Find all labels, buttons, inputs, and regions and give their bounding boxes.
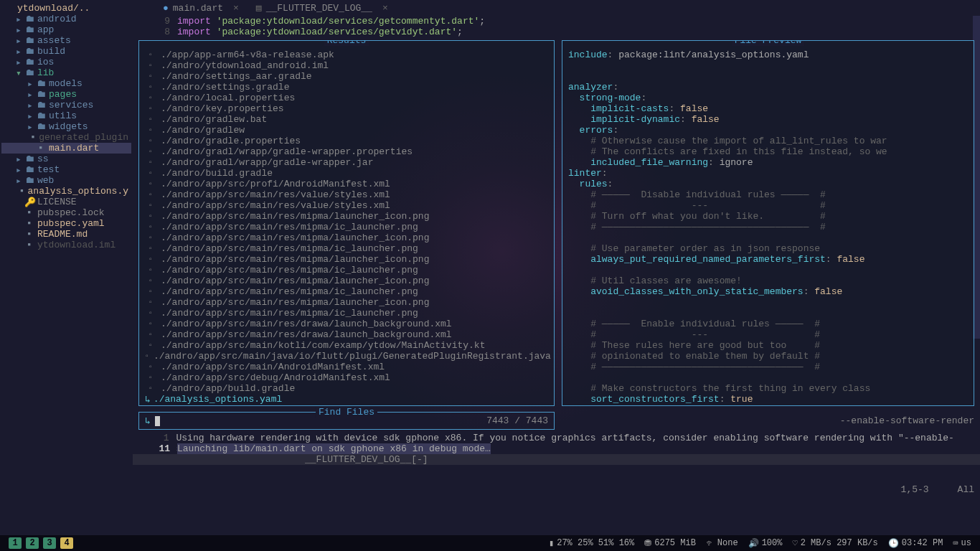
preview-line: linter: bbox=[568, 168, 968, 179]
tree-folder[interactable]: ▸🖿assets bbox=[1, 35, 131, 46]
result-item[interactable]: ▫./andro/app/src/main/res/mipma/launcher… bbox=[145, 211, 548, 222]
net-icon: ♡ bbox=[792, 538, 797, 549]
wifi-icon: ᯤ bbox=[706, 538, 715, 549]
workspace-2[interactable]: 2 bbox=[26, 537, 39, 549]
workspace-1[interactable]: 1 bbox=[9, 537, 22, 549]
tree-folder[interactable]: ▸🖿ios bbox=[1, 57, 131, 67]
result-item[interactable]: ▫./andro/ytdownload_android.iml bbox=[145, 60, 548, 71]
editor-content[interactable]: 9 import 'package:ytdownload/services/ge… bbox=[133, 16, 980, 37]
result-item[interactable]: ▫./andro/app/src/main/res/value/styles.x… bbox=[145, 200, 548, 211]
preview-line: # Use parameter order as in json respons… bbox=[568, 243, 968, 254]
tree-folder[interactable]: ▸🖿services bbox=[1, 100, 131, 110]
result-item[interactable]: ▫./andro/app/src/debug/AndroidManifest.x… bbox=[145, 372, 548, 383]
volume-widget: 🔊100% bbox=[748, 538, 783, 549]
tree-folder[interactable]: ▸🖿android bbox=[1, 14, 131, 24]
workspace-4[interactable]: 4 bbox=[60, 537, 73, 549]
tree-folder[interactable]: ▸🖿ss bbox=[1, 154, 131, 164]
result-item[interactable]: ▫./andro/gradlew.bat bbox=[145, 114, 548, 125]
preview-line: # --- # bbox=[568, 329, 968, 340]
tree-file[interactable]: ▪pubspec.yaml bbox=[1, 218, 131, 229]
clock-icon: 🕒 bbox=[888, 538, 899, 549]
find-files-input[interactable]: Find Files ↳ 7443 / 7443 bbox=[138, 412, 555, 430]
log-panel[interactable]: 1 Using hardware rendering with device s… bbox=[133, 433, 980, 454]
result-item[interactable]: ▫./andro/app/src/main/AndroidManifest.xm… bbox=[145, 362, 548, 372]
tree-folder[interactable]: ▸🖿app bbox=[1, 24, 131, 35]
tree-root[interactable]: ytdownload/.. bbox=[1, 3, 131, 14]
result-item[interactable]: ▫./andro/app/src/main/res/mipma/launcher… bbox=[145, 254, 548, 265]
result-item[interactable]: ▫./andro/app/src/main/res/mipma/ic_launc… bbox=[145, 265, 548, 276]
memory-icon: ⛃ bbox=[644, 538, 651, 549]
tab-main[interactable]: ● main.dart × bbox=[154, 1, 248, 15]
tree-file[interactable]: ▪ytdownload.iml bbox=[1, 240, 131, 250]
result-item[interactable]: ▫./andro/app/src/main/kotli/com/examp/yt… bbox=[145, 340, 548, 351]
result-item[interactable]: ▫./andro/local.properties bbox=[145, 93, 548, 103]
preview-line bbox=[568, 71, 968, 82]
tree-folder[interactable]: ▸🖿utils bbox=[1, 110, 131, 121]
result-item[interactable]: ▫./andro/app/src/main/res/mipma/ic_launc… bbox=[145, 243, 548, 254]
result-item[interactable]: ▫./andro/app/src/main/res/drawa/launch_b… bbox=[145, 329, 548, 340]
result-item[interactable]: ▫./andro/app/src/main/res/mipma/ic_launc… bbox=[145, 286, 548, 297]
tree-file[interactable]: 🔑LICENSE bbox=[1, 197, 131, 207]
tree-folder[interactable]: ▾🖿lib bbox=[1, 67, 131, 78]
result-item[interactable]: ▫./andro/settings.gradle bbox=[145, 82, 548, 93]
result-item[interactable]: ▫./andro/app/src/main/res/drawa/launch_b… bbox=[145, 319, 548, 329]
result-item[interactable]: ▫./andro/key.properties bbox=[145, 103, 548, 114]
result-item[interactable]: ▫./andro/app/src/main/res/mipma/launcher… bbox=[145, 276, 548, 286]
preview-line: included_file_warning: ignore bbox=[568, 157, 968, 168]
volume-icon: 🔊 bbox=[748, 538, 759, 549]
result-item[interactable]: ▫./andro/app/src/main/java/io/flutt/plug… bbox=[145, 351, 548, 362]
result-item[interactable]: ▫./andro/app/src/main/res/mipma/launcher… bbox=[145, 232, 548, 243]
preview-line: implicit-casts: false bbox=[568, 103, 968, 114]
file-tree[interactable]: ytdownload/.. ▸🖿android▸🖿app▸🖿assets▸🖿bu… bbox=[0, 0, 133, 524]
tree-folder[interactable]: ▸🖿test bbox=[1, 164, 131, 175]
preview-line: # Util classes are awesome! bbox=[568, 276, 968, 286]
keyboard-layout-widget: ⌨us bbox=[953, 538, 971, 549]
tree-file[interactable]: ▪main.dart bbox=[1, 143, 131, 154]
memory-widget: ⛃6275 MiB bbox=[644, 538, 696, 549]
result-count: 7443 / 7443 bbox=[486, 415, 548, 426]
tree-folder[interactable]: ▸🖿models bbox=[1, 78, 131, 89]
vim-position: 1,5-3 All bbox=[901, 484, 974, 495]
file-preview-panel[interactable]: File Preview include: package:lint/analy… bbox=[562, 40, 974, 406]
file-icon: ▤ bbox=[256, 2, 262, 14]
results-panel[interactable]: Results ▫./app/app-arm64-v8a-release.apk… bbox=[138, 40, 555, 406]
result-item[interactable]: ▫./andro/app/src/profi/AndroidManifest.x… bbox=[145, 179, 548, 189]
preview-line: always_put_required_named_parameters_fir… bbox=[568, 254, 968, 265]
preview-line: include: package:lint/analysis_options.y… bbox=[568, 50, 968, 60]
preview-line bbox=[568, 372, 968, 383]
tab-log[interactable]: ▤ __FLUTTER_DEV_LOG__ × bbox=[248, 1, 397, 15]
result-item[interactable]: ▫./andro/gradl/wrapp/gradle-wrapper.prop… bbox=[145, 146, 548, 157]
result-item[interactable]: ▫./andro/gradlew bbox=[145, 125, 548, 136]
tree-file[interactable]: ▪README.md bbox=[1, 229, 131, 240]
result-item[interactable]: ▫./andro/app/build.gradle bbox=[145, 383, 548, 394]
preview-line: # ———————————————————————————————————— # bbox=[568, 362, 968, 372]
result-item[interactable]: ▫./andro/gradle.properties bbox=[145, 136, 548, 146]
tree-folder[interactable]: ▸🖿widgets bbox=[1, 121, 131, 132]
preview-line bbox=[568, 232, 968, 243]
workspace-3[interactable]: 3 bbox=[43, 537, 56, 549]
result-item-selected[interactable]: ↳./analysis_options.yaml bbox=[145, 394, 548, 405]
result-item[interactable]: ▫./andro/app/src/main/res/value/styles.x… bbox=[145, 189, 548, 200]
tree-file[interactable]: ▪analysis_options.y bbox=[1, 186, 131, 197]
result-item[interactable]: ▫./app/app-arm64-v8a-release.apk bbox=[145, 50, 548, 60]
tree-folder[interactable]: ▸🖿build bbox=[1, 46, 131, 57]
preview-line: rules: bbox=[568, 179, 968, 189]
tree-file[interactable]: ▪generated_plugin bbox=[1, 132, 131, 143]
tree-file[interactable]: ▪pubspec.lock bbox=[1, 207, 131, 218]
result-item[interactable]: ▫./andro/settings_aar.gradle bbox=[145, 71, 548, 82]
result-item[interactable]: ▫./andro/app/src/main/res/mipma/ic_launc… bbox=[145, 308, 548, 319]
tree-folder[interactable]: ▸🖿pages bbox=[1, 89, 131, 100]
tree-folder[interactable]: ▸🖿web bbox=[1, 175, 131, 186]
result-item[interactable]: ▫./andro/app/src/main/res/mipma/ic_launc… bbox=[145, 222, 548, 232]
preview-line bbox=[568, 265, 968, 276]
result-item[interactable]: ▫./andro/app/src/main/res/mipma/launcher… bbox=[145, 297, 548, 308]
result-item[interactable]: ▫./andro/build.gradle bbox=[145, 168, 548, 179]
preview-line: errors: bbox=[568, 125, 968, 136]
preview-line: # ————— Disable individual rules ————— # bbox=[568, 189, 968, 200]
close-icon[interactable]: × bbox=[233, 3, 239, 14]
result-item[interactable]: ▫./andro/gradl/wrapp/gradle-wrapper.jar bbox=[145, 157, 548, 168]
panel-title: File Preview bbox=[732, 40, 805, 46]
preview-line: # Otherwise cause the import of all_lint… bbox=[568, 136, 968, 146]
network-widget: ♡2 MB/s 297 KB/s bbox=[792, 538, 877, 549]
close-icon[interactable]: × bbox=[382, 3, 388, 14]
